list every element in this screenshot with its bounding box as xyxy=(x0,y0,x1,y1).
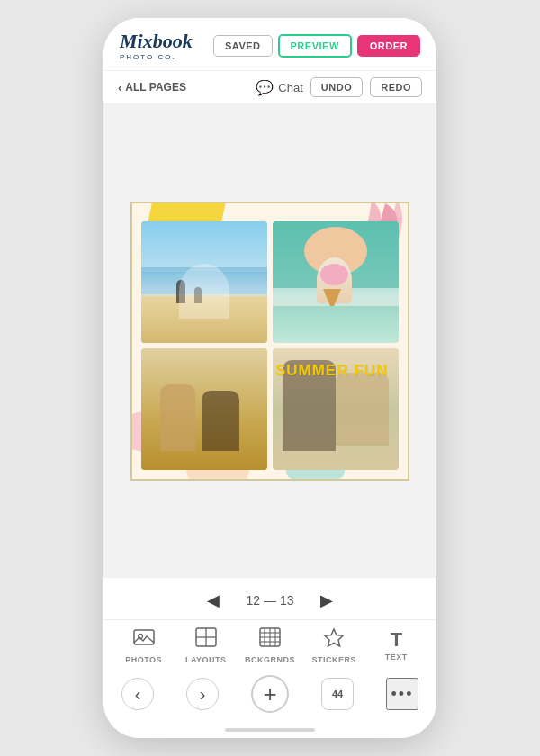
forward-icon: › xyxy=(200,684,206,705)
top-bar: Mixbook PHOTO CO. SAVED PREVIEW ORDER xyxy=(104,18,436,71)
back-button[interactable]: ‹ xyxy=(122,678,154,710)
pages-count-label: 44 xyxy=(332,688,343,699)
chevron-left-icon: ‹ xyxy=(118,81,122,94)
chat-icon: 💬 xyxy=(256,79,274,96)
tool-stickers[interactable]: STICKERS xyxy=(310,627,357,664)
undo-button[interactable]: UNDO xyxy=(310,77,363,97)
all-pages-button[interactable]: ‹ ALL PAGES xyxy=(118,81,186,94)
logo-area: Mixbook PHOTO CO. xyxy=(120,31,193,61)
svg-marker-12 xyxy=(325,629,343,646)
canvas-area: SUMMER FUN xyxy=(104,104,436,577)
backgrounds-label: BCKGRNDS xyxy=(245,655,295,664)
second-bar-right: 💬 Chat UNDO REDO xyxy=(256,77,422,97)
prev-page-button[interactable]: ◀ xyxy=(200,589,227,612)
logo-text: Mixbook xyxy=(120,31,193,52)
action-bar: ‹ › + 44 ••• xyxy=(104,668,436,722)
backgrounds-icon xyxy=(259,627,281,652)
chat-button[interactable]: 💬 Chat xyxy=(256,79,302,96)
more-icon: ••• xyxy=(392,685,414,704)
logo-sub: PHOTO CO. xyxy=(120,53,193,61)
tool-photos[interactable]: PHOTOS xyxy=(121,627,167,664)
order-button[interactable]: ORDER xyxy=(357,35,420,57)
back-icon: ‹ xyxy=(135,684,141,705)
forward-button[interactable]: › xyxy=(186,678,219,710)
photo-icecream[interactable] xyxy=(273,221,399,343)
plus-icon: + xyxy=(263,680,276,708)
page-canvas[interactable]: SUMMER FUN xyxy=(130,202,410,481)
layouts-icon xyxy=(195,627,217,652)
all-pages-label: ALL PAGES xyxy=(125,81,186,94)
tool-backgrounds[interactable]: BCKGRNDS xyxy=(245,627,295,664)
layouts-label: LAYOUTS xyxy=(185,655,227,664)
svg-rect-0 xyxy=(134,630,154,644)
preview-button[interactable]: PREVIEW xyxy=(278,34,352,58)
phone-frame: Mixbook PHOTO CO. SAVED PREVIEW ORDER ‹ … xyxy=(104,18,436,738)
pagination-bar: ◀ 12 — 13 ▶ xyxy=(104,577,436,619)
stickers-label: STICKERS xyxy=(311,655,356,664)
photos-icon xyxy=(133,627,155,652)
next-page-button[interactable]: ▶ xyxy=(313,589,340,612)
more-button[interactable]: ••• xyxy=(386,678,418,710)
text-icon: T xyxy=(391,630,402,650)
photo-grid xyxy=(141,221,399,470)
redo-button[interactable]: REDO xyxy=(370,77,422,97)
photo-girls-beach[interactable] xyxy=(141,348,267,470)
add-button[interactable]: + xyxy=(251,675,289,713)
home-bar xyxy=(225,728,315,732)
chat-label: Chat xyxy=(278,81,302,94)
pages-count-button[interactable]: 44 xyxy=(321,678,354,710)
photos-label: PHOTOS xyxy=(125,655,162,664)
top-actions: SAVED PREVIEW ORDER xyxy=(213,34,420,58)
page-range: 12 — 13 xyxy=(247,593,294,608)
stickers-icon xyxy=(323,627,345,652)
second-bar: ‹ ALL PAGES 💬 Chat UNDO REDO xyxy=(104,71,436,104)
photo-beach-family[interactable] xyxy=(141,221,267,343)
bottom-toolbar: PHOTOS LAYOUTS BCKGRNDS STICKERS T TEXT xyxy=(104,619,436,668)
home-indicator xyxy=(104,722,436,738)
text-label: TEXT xyxy=(385,652,408,662)
photo-kids[interactable] xyxy=(273,348,399,470)
tool-text[interactable]: T TEXT xyxy=(373,630,419,662)
tool-layouts[interactable]: LAYOUTS xyxy=(183,627,230,664)
saved-button[interactable]: SAVED xyxy=(213,35,273,57)
